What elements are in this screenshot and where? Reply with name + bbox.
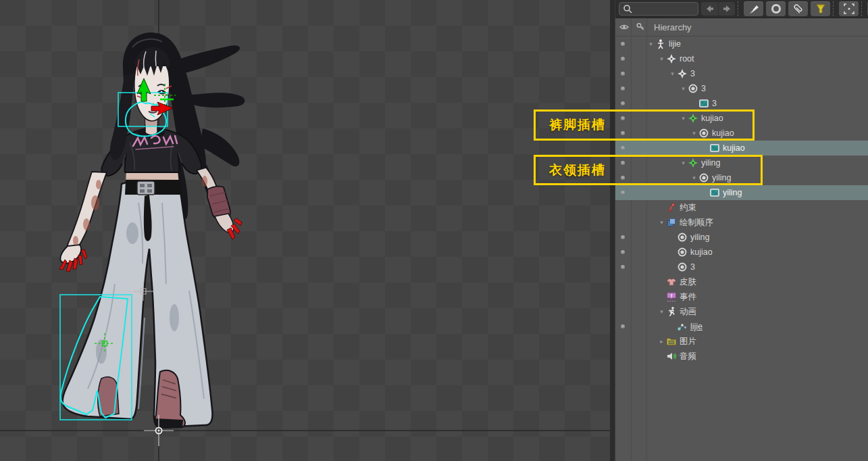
image-icon [709,187,720,198]
expand-arrow-icon[interactable]: ▾ [646,37,655,51]
filter-button[interactable] [811,1,830,16]
frame-view-button[interactable] [839,1,859,16]
tree-row-kujiao[interactable]: kujiao [615,141,868,155]
visibility-eye-icon [619,22,630,32]
back-arrow-icon [704,3,716,15]
tree-row-label: lijie [690,322,703,331]
tree-row-label: 音频 [680,351,696,362]
nav-button-group [701,2,735,16]
tree-row-label: yiling [690,233,710,242]
visibility-dot[interactable] [621,324,625,329]
tree-row-lijie[interactable]: ▾lijie [615,37,868,51]
tree-row-3[interactable]: ▾3 [615,81,868,96]
tree-row-label: 动画 [680,306,696,318]
tree-row-约束[interactable]: 约束 [615,200,868,215]
slot-icon [677,232,688,243]
tree-row-事件[interactable]: !事件 [615,289,868,304]
annotation-box-trouser-slot: 裤脚插槽 [534,110,755,141]
animation-icon [666,306,677,317]
tree-row-label: 3 [701,84,706,93]
hierarchy-header: Hierarchy [615,18,868,37]
tree-row-label: 3 [712,99,717,108]
tree-row-3[interactable]: ▾3 [615,66,868,81]
expand-arrow-icon[interactable]: ▾ [657,215,666,230]
expand-arrow-icon[interactable]: ▾ [679,81,688,96]
visibility-dot[interactable] [621,72,625,76]
annotation-label: 裤脚插槽 [549,116,606,134]
slot-icon [677,247,688,258]
slot-icon [688,83,698,94]
ring-tool-button[interactable] [766,1,786,16]
panel-splitter[interactable] [610,0,615,461]
tree-row-图片[interactable]: ▸图片 [615,334,868,349]
pen-tool-button[interactable] [744,1,763,16]
tree-row-label: yiling [723,188,742,197]
images-folder-icon [666,336,677,347]
key-icon [635,22,646,32]
visibility-dot[interactable] [621,235,625,239]
tree-row-yiling[interactable]: yiling [615,185,868,200]
slot-icon [677,262,688,272]
forward-arrow-icon [721,3,733,15]
tree-row-label: 3 [690,262,695,272]
expand-arrow-icon[interactable]: ▸ [657,334,666,349]
tree-row-label: 皮肤 [680,276,696,288]
image-icon [709,143,720,153]
search-input[interactable] [633,4,696,14]
panel-toolbar [615,0,868,18]
attachment-clip-icon [792,2,805,16]
expand-arrow-icon[interactable]: ▾ [657,51,666,66]
nav-back-button[interactable] [701,2,718,16]
skin-icon [666,276,677,287]
frame-view-icon [842,2,856,16]
animation-clip-icon [677,321,688,332]
expand-arrow-icon[interactable]: ▾ [657,304,666,319]
tree-row-label: 事件 [680,291,696,303]
tree-row-root[interactable]: ▾root [615,51,868,66]
tree-row-label: root [680,54,694,64]
skeleton-icon [655,39,666,49]
audio-icon [666,351,677,362]
filter-funnel-icon [814,2,827,16]
constraint-icon [666,202,677,213]
visibility-dot[interactable] [621,146,625,150]
toolbar-separator [861,1,862,16]
visibility-dot[interactable] [621,87,625,91]
toolbar-separator [738,1,738,16]
hierarchy-tree: ▾lijie▾root▾3▾33▾kujiao▾kujiaokujiao▾yil… [615,37,868,364]
visibility-dot[interactable] [621,57,625,61]
visibility-dot[interactable] [621,191,625,195]
attachment-button[interactable] [788,1,808,16]
tree-row-label: kujiao [723,143,745,153]
pen-tool-icon [747,2,761,16]
visibility-dot[interactable] [621,265,625,269]
event-icon: ! [666,291,677,302]
ring-tool-icon [769,2,783,16]
image-icon [698,98,709,109]
tree-row-动画[interactable]: ▾动画 [615,304,868,319]
expand-arrow-icon[interactable]: ▾ [668,66,677,81]
tree-row-音频[interactable]: 音频 [615,349,868,364]
viewport-canvas[interactable] [0,0,610,461]
nav-forward-button[interactable] [718,2,735,16]
tree-row-绘制顺序[interactable]: ▾绘制顺序 [615,215,868,230]
tree-row-label: 约束 [680,202,696,214]
bone-icon [677,68,688,79]
search-icon [622,3,633,14]
tree-row-3[interactable]: 3 [615,96,868,111]
visibility-dot[interactable] [621,101,625,105]
tree-row-label: kujiao [690,247,713,257]
svg-text:!: ! [671,293,673,299]
visibility-dot[interactable] [621,250,625,254]
bone-icon [666,53,677,64]
tree-row-kujiao[interactable]: kujiao [615,245,868,260]
tree-row-lijie[interactable]: lijie [615,319,868,334]
search-box[interactable] [619,2,698,16]
character-artwork [59,32,245,428]
visibility-dot[interactable] [621,42,625,46]
tree-row-label: 绘制顺序 [680,217,713,228]
tree-row-皮肤[interactable]: 皮肤 [615,274,868,289]
tree-row-yiling[interactable]: yiling [615,230,868,245]
draw-order-icon [666,217,677,228]
tree-row-3[interactable]: 3 [615,260,868,274]
